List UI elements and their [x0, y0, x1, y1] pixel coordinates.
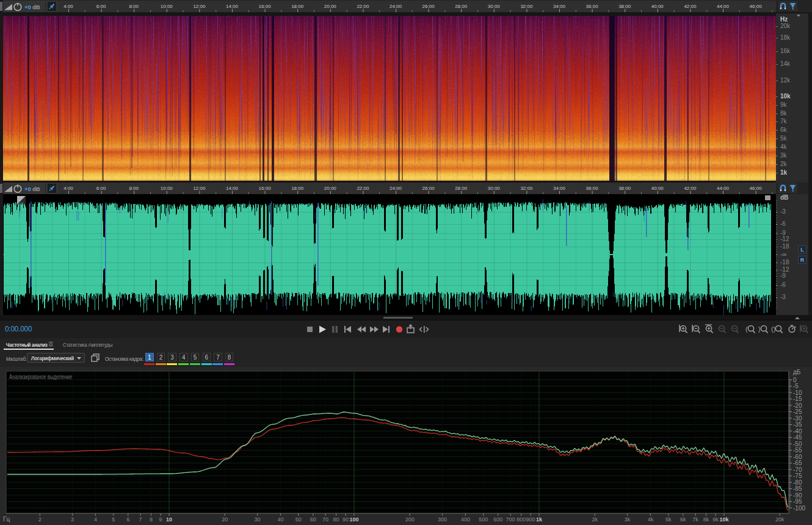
svg-text:14:00: 14:00 [226, 186, 239, 191]
svg-text:9k: 9k [712, 516, 719, 523]
svg-text:90: 90 [343, 516, 349, 523]
svg-text:28:00: 28:00 [455, 186, 468, 191]
svg-text:600: 600 [493, 516, 502, 523]
svg-text:20k: 20k [775, 516, 785, 523]
svg-text:40:00: 40:00 [651, 4, 664, 9]
svg-text:1k: 1k [536, 516, 543, 523]
svg-text:16:00: 16:00 [259, 186, 272, 191]
svg-text:5: 5 [112, 516, 115, 523]
svg-text:500: 500 [479, 516, 488, 523]
svg-text:14:00: 14:00 [226, 4, 239, 9]
svg-text:18:00: 18:00 [291, 186, 304, 191]
svg-text:22:00: 22:00 [357, 4, 369, 9]
svg-text:6k: 6k [680, 516, 686, 523]
svg-text:dB: dB [32, 4, 40, 10]
svg-text:+0: +0 [24, 186, 31, 192]
svg-text:42:00: 42:00 [684, 4, 697, 9]
svg-text:7k: 7k [692, 516, 698, 523]
svg-text:2k: 2k [592, 516, 598, 523]
svg-text:18:00: 18:00 [291, 4, 304, 9]
svg-text:12:00: 12:00 [193, 4, 206, 9]
svg-text:6:00: 6:00 [96, 4, 106, 9]
svg-text:-25: -25 [793, 408, 802, 415]
svg-text:200: 200 [405, 516, 415, 523]
svg-text:44:00: 44:00 [717, 4, 730, 9]
svg-text:-85: -85 [793, 485, 802, 492]
svg-text:-75: -75 [793, 472, 802, 479]
svg-text:30: 30 [255, 516, 261, 523]
svg-text:12:00: 12:00 [193, 186, 206, 191]
svg-text:-15: -15 [793, 396, 802, 402]
svg-text:): ) [758, 325, 761, 333]
svg-text:-90: -90 [793, 492, 802, 499]
svg-text:8:00: 8:00 [129, 186, 139, 191]
svg-text:-50: -50 [793, 441, 802, 447]
svg-text:-70: -70 [793, 466, 802, 473]
svg-text:20:00: 20:00 [324, 186, 337, 191]
svg-text:38:00: 38:00 [618, 4, 631, 9]
svg-text:-65: -65 [793, 460, 802, 466]
svg-text:4:00: 4:00 [63, 186, 73, 191]
svg-text:3k: 3k [625, 516, 631, 523]
svg-text:-80: -80 [793, 479, 802, 486]
svg-text:dB: dB [32, 186, 40, 192]
svg-text:-35: -35 [793, 421, 802, 428]
svg-text:+0: +0 [24, 4, 31, 10]
svg-text:-95: -95 [793, 498, 802, 505]
svg-text:-10: -10 [793, 389, 802, 396]
svg-text:30:00: 30:00 [488, 4, 501, 9]
svg-text:400: 400 [461, 516, 470, 523]
svg-text:4: 4 [94, 516, 97, 523]
svg-text:5k: 5k [665, 516, 672, 523]
svg-text:36:00: 36:00 [586, 186, 599, 191]
svg-text:-40: -40 [793, 428, 802, 435]
svg-text:0: 0 [793, 377, 797, 383]
svg-text:32:00: 32:00 [520, 4, 533, 9]
svg-text:26:00: 26:00 [422, 186, 435, 191]
svg-text:24:00: 24:00 [390, 186, 402, 191]
svg-text:28:00: 28:00 [455, 4, 468, 9]
svg-text:-45: -45 [793, 434, 802, 441]
svg-text:34:00: 34:00 [553, 186, 566, 191]
svg-text:80: 80 [333, 516, 339, 523]
svg-text:38:00: 38:00 [618, 186, 631, 191]
svg-text:4k: 4k [648, 516, 654, 523]
svg-text:8: 8 [150, 516, 153, 523]
svg-text:50: 50 [295, 516, 302, 523]
svg-text:42:00: 42:00 [684, 186, 697, 191]
svg-text:10:00: 10:00 [161, 186, 173, 191]
svg-text:22:00: 22:00 [357, 186, 369, 191]
svg-text:40: 40 [277, 516, 283, 523]
svg-text:900: 900 [526, 516, 535, 523]
svg-text:9: 9 [159, 516, 162, 523]
svg-text:10: 10 [166, 516, 172, 523]
svg-text:8:00: 8:00 [129, 4, 139, 9]
svg-text:дБ: дБ [793, 369, 801, 375]
svg-text:26:00: 26:00 [422, 4, 435, 9]
svg-text:20: 20 [222, 516, 228, 523]
svg-text:2: 2 [38, 516, 42, 523]
svg-text:-100: -100 [793, 505, 805, 512]
svg-text:7: 7 [139, 516, 142, 523]
svg-text:(: ( [745, 325, 748, 333]
svg-text:-30: -30 [793, 415, 802, 422]
svg-text:34:00: 34:00 [553, 4, 566, 9]
svg-text:Гц: Гц [3, 516, 10, 523]
svg-text:(): () [771, 325, 775, 333]
svg-text:4:00: 4:00 [63, 4, 73, 9]
svg-text:8k: 8k [703, 516, 709, 523]
svg-text:-55: -55 [793, 447, 802, 454]
svg-text:800: 800 [517, 516, 526, 523]
svg-text:20:00: 20:00 [324, 4, 337, 9]
svg-text:70: 70 [322, 516, 328, 523]
svg-text:-20: -20 [793, 402, 802, 409]
svg-text:10k: 10k [719, 516, 729, 523]
svg-text:-5: -5 [793, 383, 799, 389]
svg-text:700: 700 [506, 516, 515, 523]
svg-text:Анализированое выделение: Анализированое выделение [9, 374, 72, 380]
svg-text:30:00: 30:00 [488, 186, 501, 191]
svg-text:46:00: 46:00 [750, 4, 763, 9]
svg-text:10:00: 10:00 [161, 4, 173, 9]
svg-text:300: 300 [438, 516, 447, 523]
svg-text:6:00: 6:00 [96, 186, 106, 191]
